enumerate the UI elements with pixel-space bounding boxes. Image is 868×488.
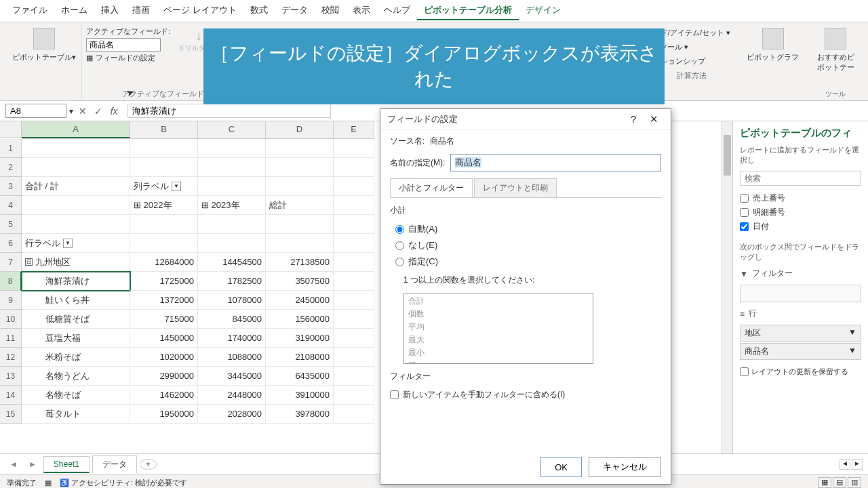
cell[interactable]: 14454500 [198, 253, 266, 272]
field-checkbox[interactable]: 日付 [740, 220, 861, 234]
sheet-tab-sheet1[interactable]: Sheet1 [43, 456, 90, 473]
cell[interactable] [334, 196, 374, 215]
cell[interactable] [22, 158, 130, 177]
fx-icon[interactable]: fx [108, 106, 121, 117]
function-option[interactable]: 合計 [408, 295, 589, 308]
cell[interactable]: ⊞ 2023年 [198, 196, 266, 215]
menu-数式[interactable]: 数式 [243, 1, 275, 20]
cell[interactable]: 715000 [130, 310, 198, 329]
cell[interactable]: 米粉そば [22, 348, 130, 367]
chevron-down-icon[interactable]: ▼ [848, 346, 856, 357]
cell[interactable]: 1462000 [130, 386, 198, 405]
tab-nav-next[interactable]: ► [24, 460, 41, 469]
cell[interactable]: 1450000 [130, 329, 198, 348]
accessibility-status[interactable]: ♿ アクセシビリティ: 検討が必要です [60, 478, 187, 488]
cell[interactable]: 1088000 [198, 348, 266, 367]
custom-name-input[interactable]: 商品名 [450, 154, 661, 171]
cell[interactable]: 3445000 [198, 367, 266, 386]
cell[interactable] [198, 215, 266, 234]
cell[interactable]: 鮭いくら丼 [22, 291, 130, 310]
select-all-cell[interactable] [0, 121, 22, 138]
cell[interactable] [198, 177, 266, 196]
cell[interactable]: 2028000 [198, 405, 266, 424]
cell[interactable] [334, 234, 374, 253]
row-header[interactable]: 13 [0, 367, 22, 386]
menu-ピボットテーブル分析[interactable]: ピボットテーブル分析 [417, 1, 519, 20]
col-header-D[interactable]: D [266, 121, 334, 138]
cell[interactable] [130, 158, 198, 177]
field-checkbox[interactable]: 明細番号 [740, 205, 861, 220]
cancel-button[interactable]: キャンセル [589, 457, 661, 477]
cell[interactable] [334, 253, 374, 272]
cell[interactable]: 名物そば [22, 386, 130, 405]
field-search-input[interactable] [740, 171, 861, 186]
cell[interactable] [334, 158, 374, 177]
recommend-icon[interactable] [825, 28, 846, 49]
cell[interactable]: 1950000 [130, 405, 198, 424]
filter-dropdown-icon[interactable]: ▼ [172, 182, 181, 191]
radio-none[interactable]: なし(E) [395, 239, 661, 251]
pivotchart-icon[interactable] [762, 28, 784, 49]
row-header[interactable]: 10 [0, 310, 22, 329]
cell[interactable]: 苺タルト [22, 405, 130, 424]
radio-automatic[interactable]: 自動(A) [395, 223, 661, 235]
cell[interactable]: 2108000 [266, 348, 334, 367]
cell[interactable] [334, 272, 374, 291]
view-pagelayout-icon[interactable]: ▤ [833, 477, 846, 488]
tab-nav-prev[interactable]: ◄ [5, 460, 22, 469]
filter-dropzone[interactable] [740, 285, 861, 302]
pivottable-icon[interactable] [33, 28, 55, 49]
cell[interactable]: 1725000 [130, 272, 198, 291]
cancel-icon[interactable]: ✕ [76, 106, 90, 117]
cell[interactable] [334, 215, 374, 234]
rows-dropzone[interactable]: 地区▼商品名▼ [740, 325, 861, 361]
cell[interactable] [334, 367, 374, 386]
cell[interactable] [334, 405, 374, 424]
cell[interactable] [334, 310, 374, 329]
col-header-B[interactable]: B [130, 121, 198, 138]
menu-ヘルプ[interactable]: ヘルプ [377, 1, 417, 20]
chevron-down-icon[interactable]: ▼ [848, 327, 856, 339]
row-field-item[interactable]: 商品名▼ [740, 343, 861, 360]
menu-データ[interactable]: データ [275, 1, 315, 20]
function-option[interactable]: 個数 [408, 308, 589, 321]
cell[interactable]: 3190000 [266, 329, 334, 348]
col-header-A[interactable]: A [22, 121, 130, 138]
row-header[interactable]: 11 [0, 329, 22, 348]
cell[interactable]: 2448000 [198, 386, 266, 405]
cell[interactable]: 低糖質そば [22, 310, 130, 329]
cell[interactable]: ⊟九州地区 [22, 253, 130, 272]
namebox-dropdown-icon[interactable]: ▾ [69, 106, 73, 116]
field-checkbox[interactable]: 売上番号 [740, 191, 861, 205]
row-header[interactable]: 3 [0, 177, 22, 196]
cell[interactable]: 総計 [266, 196, 334, 215]
menu-描画[interactable]: 描画 [125, 1, 157, 20]
view-normal-icon[interactable]: ▦ [818, 477, 831, 488]
row-header[interactable]: 7 [0, 253, 22, 272]
cell[interactable]: 2450000 [266, 291, 334, 310]
cell[interactable] [334, 139, 374, 158]
cell[interactable] [22, 215, 130, 234]
col-header-C[interactable]: C [198, 121, 266, 138]
cell[interactable]: 1020000 [130, 348, 198, 367]
field-settings-button[interactable]: ▦ フィールドの設定 [86, 53, 170, 63]
cell[interactable]: 1782500 [198, 272, 266, 291]
cell[interactable]: 豆塩大福 [22, 329, 130, 348]
cell[interactable]: 3507500 [266, 272, 334, 291]
tab-subtotals-filters[interactable]: 小計とフィルター [390, 178, 473, 197]
row-header[interactable]: 8 [0, 272, 22, 291]
pivottable-dropdown[interactable]: ピボットテーブル▾ [12, 52, 76, 62]
filter-dropdown-icon[interactable]: ▼ [63, 239, 73, 248]
cell[interactable]: 名物うどん [22, 367, 130, 386]
close-icon[interactable]: ✕ [644, 113, 664, 125]
cell[interactable]: 行ラベル▼ [22, 234, 130, 253]
row-header[interactable]: 9 [0, 291, 22, 310]
menu-ページ レイアウト[interactable]: ページ レイアウト [157, 1, 243, 20]
vertical-scrollbar[interactable] [722, 121, 732, 453]
cell[interactable]: ⊞ 2022年 [130, 196, 198, 215]
row-header[interactable]: 1 [0, 139, 22, 158]
cell[interactable] [130, 234, 198, 253]
cell[interactable]: 1740000 [198, 329, 266, 348]
cell[interactable]: 12684000 [130, 253, 198, 272]
cell[interactable]: 6435000 [266, 367, 334, 386]
